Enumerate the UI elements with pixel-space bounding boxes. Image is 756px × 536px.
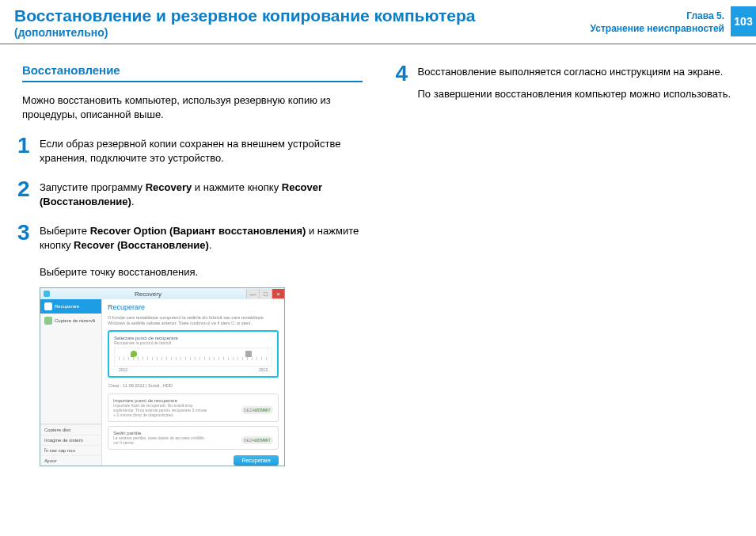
sidebar-help[interactable]: Ajutor [40,455,101,466]
step-number-1: 1 [17,135,40,165]
sidebar-image[interactable]: Imagine de sistem [40,435,101,445]
sidebar-recover[interactable]: Recuperare [40,299,101,314]
minimize-button[interactable]: — [246,289,259,298]
intro-text: Можно восстановить компьютер, используя … [22,93,364,121]
sidebar-backup[interactable]: Copiere de rezervă [40,314,101,328]
backup-icon [44,317,52,325]
panel-desc: O funcție care restabilește computerul l… [108,315,279,325]
step-3: 3 Выберите Recover Option (Вариант восст… [17,222,364,252]
restore-point-card: Selectare punct de recuperare Recuperare… [108,330,279,378]
left-column: Восстановление Можно восстановить компью… [0,63,378,466]
close-button[interactable]: × [272,289,284,298]
step-2: 2 Запустите программу Recovery и нажмите… [17,179,364,208]
card2-row: Importare fișier de recuperare: Nu exist… [113,403,273,417]
recover-icon [44,302,52,310]
app-titlebar: Recovery — □ × [40,288,284,299]
step-1-text: Если образ резервной копии сохранен на в… [40,135,364,165]
app-body: Recuperare Copiere de rezervă Copiere di… [40,299,284,466]
section-title: Восстановление [22,63,363,82]
page-number: 103 [731,6,756,36]
app-title: Recovery [50,291,246,298]
page-title: Восстановление и резервное копирование к… [14,6,475,25]
timeline-track [119,357,268,360]
step-3-text: Выберите Recover Option (Вариант восстан… [40,222,364,252]
right-column: 4 Восстановление выполняется согласно ин… [378,63,757,466]
app-sidebar: Recuperare Copiere de rezervă Copiere di… [40,299,102,466]
step-number-2: 2 [17,179,40,208]
page-header: Восстановление и резервное копирование к… [0,0,756,44]
chapter-sub: Устранение неисправностей [591,23,724,36]
panel-title: Recuperare [108,303,279,311]
timeline-pin-selected[interactable] [131,351,137,357]
step-1: 1 Если образ резервной копии сохранен на… [17,135,364,165]
card1-desc: Recuperare la punctul de fabrică [114,340,272,345]
maximize-button[interactable]: □ [259,289,272,298]
chapter-number: Глава 5. [591,10,724,23]
timeline-pin-other[interactable] [245,351,252,357]
partition-card: Setări partiție La setarea partiției, to… [108,426,279,450]
sidebar-bottom: Copiere disc Imagine de sistem În caz ca… [40,424,101,466]
columns: Восстановление Можно восстановить компью… [0,44,756,466]
step-4-text: Восстановление выполняется согласно инст… [418,63,731,101]
meta-row: Creat : 11.09.2012 | Sursă : HDD [108,382,279,390]
step-3-sub: Выберите точку восстановления. [40,266,364,278]
card3-row: La setarea partiției, toate datele de pe… [113,435,273,445]
step-number-3: 3 [17,222,40,252]
sidebar-copy[interactable]: Copiere disc [40,424,101,435]
import-card: Importare punct de recuperare Importare … [108,393,279,422]
recovery-app-window: Recovery — □ × Recuperare Copiere de rez… [40,287,285,466]
timeline-labels: 2012 2013 [114,367,272,372]
step-4: 4 Восстановление выполняется согласно ин… [396,63,743,101]
import-toggle[interactable]: DEZACTIVAT ACTIVAT [241,406,273,414]
step-number-4: 4 [396,63,418,101]
sidebar-erase[interactable]: În caz cap nou [40,445,101,455]
window-buttons: — □ × [246,289,284,298]
timeline[interactable] [114,348,272,367]
partition-toggle[interactable]: DEZACTIVAT ACTIVAT [241,436,273,444]
page-subtitle: (дополнительно) [14,26,475,39]
recover-button[interactable]: Recuperare [234,455,279,466]
card2-desc: Importare fișier de recuperare: Nu exist… [113,403,208,417]
chapter-block: Глава 5. Устранение неисправностей [591,6,731,35]
app-main: Recuperare O funcție care restabilește c… [102,299,284,466]
card3-desc: La setarea partiției, toate datele de pe… [113,435,208,445]
step-2-text: Запустите программу Recovery и нажмите к… [40,179,364,208]
header-left: Восстановление и резервное копирование к… [14,6,475,39]
header-right: Глава 5. Устранение неисправностей 103 [591,6,756,36]
app-icon [44,291,50,297]
